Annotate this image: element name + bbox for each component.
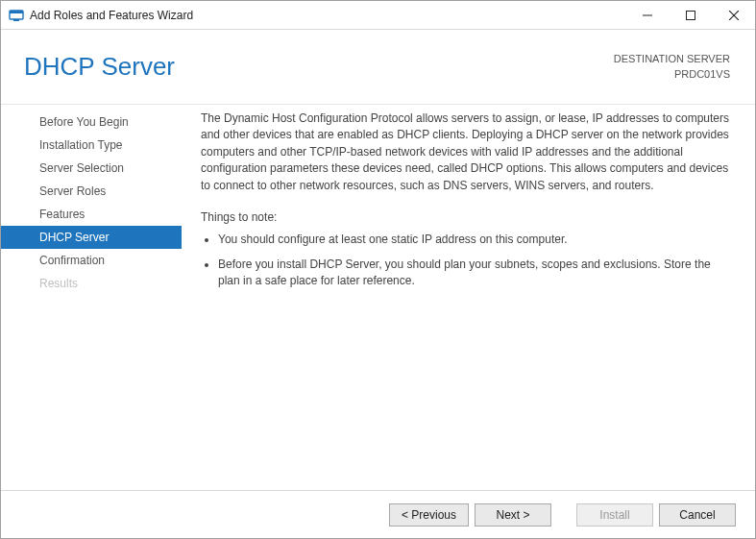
nav-item-server-selection[interactable]: Server Selection xyxy=(1,157,182,180)
window-title: Add Roles and Features Wizard xyxy=(30,9,625,22)
destination-value: PRDC01VS xyxy=(614,67,730,82)
destination-label: DESTINATION SERVER xyxy=(614,52,730,66)
nav-item-server-roles[interactable]: Server Roles xyxy=(1,180,182,203)
wizard-body: Before You BeginInstallation TypeServer … xyxy=(1,105,755,490)
svg-rect-4 xyxy=(686,11,695,19)
svg-rect-2 xyxy=(13,19,19,21)
cancel-button[interactable]: Cancel xyxy=(659,503,736,527)
nav-item-installation-type[interactable]: Installation Type xyxy=(1,134,182,157)
window-controls xyxy=(625,1,755,29)
notes-heading: Things to note: xyxy=(201,209,734,226)
close-button[interactable] xyxy=(712,1,755,29)
next-button[interactable]: Next > xyxy=(475,503,551,527)
previous-button[interactable]: < Previous xyxy=(389,503,469,527)
intro-text: The Dynamic Host Configuration Protocol … xyxy=(201,110,734,194)
wizard-header: DHCP Server DESTINATION SERVER PRDC01VS xyxy=(1,30,755,105)
app-icon xyxy=(9,8,24,23)
svg-rect-1 xyxy=(10,11,23,13)
nav-item-features[interactable]: Features xyxy=(1,203,182,226)
page-title: DHCP Server xyxy=(24,52,614,82)
maximize-button[interactable] xyxy=(669,1,712,29)
nav-item-dhcp-server[interactable]: DHCP Server xyxy=(1,226,182,249)
wizard-content: The Dynamic Host Configuration Protocol … xyxy=(182,105,755,490)
minimize-button[interactable] xyxy=(625,1,669,29)
notes-list: You should configure at least one static… xyxy=(201,232,734,289)
note-item: Before you install DHCP Server, you shou… xyxy=(218,257,734,290)
wizard-nav: Before You BeginInstallation TypeServer … xyxy=(1,105,182,490)
wizard-footer: < Previous Next > Install Cancel xyxy=(1,490,755,538)
nav-item-confirmation[interactable]: Confirmation xyxy=(1,249,182,272)
nav-item-results: Results xyxy=(1,272,182,295)
nav-item-before-you-begin[interactable]: Before You Begin xyxy=(1,110,182,134)
install-button[interactable]: Install xyxy=(576,503,653,527)
titlebar: Add Roles and Features Wizard xyxy=(1,1,755,30)
note-item: You should configure at least one static… xyxy=(218,232,734,248)
destination-info: DESTINATION SERVER PRDC01VS xyxy=(614,52,730,82)
